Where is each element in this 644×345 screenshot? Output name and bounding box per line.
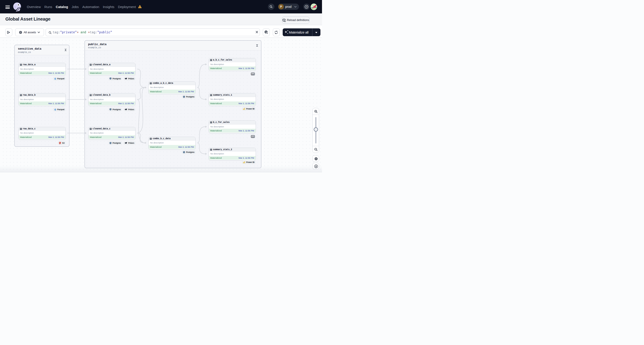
svg-text:csv: csv [252, 136, 254, 138]
svg-text:csv: csv [252, 73, 254, 75]
svg-text:?: ? [306, 6, 307, 8]
